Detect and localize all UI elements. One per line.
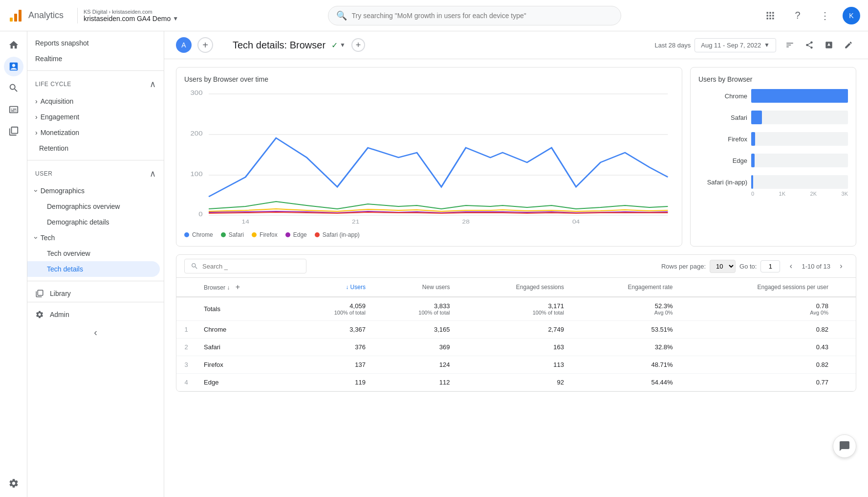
breadcrumb-domain: kristaseiden.com xyxy=(112,9,152,15)
col-header-engaged-sessions[interactable]: Engaged sessions xyxy=(458,278,572,297)
demographics-chevron: › xyxy=(32,190,40,192)
table-section: Rows per page: 10 25 50 Go to: xyxy=(176,254,856,392)
insights-btn[interactable] xyxy=(821,37,837,53)
svg-rect-1 xyxy=(14,14,17,22)
legend-edge: Edge xyxy=(285,231,307,238)
home-nav-icon[interactable] xyxy=(4,35,23,55)
row-users-3: 137 xyxy=(289,356,373,374)
data-table: Browser ↓ + ↓ Users New users Engaged se… xyxy=(176,278,856,391)
row-new-users-4: 112 xyxy=(373,374,458,391)
goto-input[interactable] xyxy=(760,260,780,272)
add-metric-btn[interactable]: + xyxy=(351,38,365,52)
svg-rect-2 xyxy=(19,10,22,22)
date-range-selector[interactable]: Last 28 days Aug 11 - Sep 7, 2022 ▼ xyxy=(655,38,776,52)
totals-engagement-rate-cell: 52.3% Avg 0% xyxy=(572,297,681,321)
share-btn[interactable] xyxy=(802,37,817,53)
engagement-group[interactable]: › Engagement xyxy=(27,109,164,125)
col-header-engaged-per-user[interactable]: Engaged sessions per user xyxy=(681,278,836,297)
collapse-sidebar-btn[interactable]: ‹ xyxy=(27,323,164,342)
bar-fill-safari xyxy=(751,111,762,124)
totals-label-cell: Totals xyxy=(196,297,289,321)
insights-icon xyxy=(825,41,833,49)
add-column-btn[interactable]: + xyxy=(236,283,240,291)
user-section-header[interactable]: User ∧ xyxy=(27,164,164,183)
chat-support-btn[interactable] xyxy=(833,434,856,458)
sidebar-item-tech-details[interactable]: Tech details xyxy=(27,261,160,277)
icon-nav xyxy=(0,31,27,497)
date-picker-btn[interactable]: Aug 11 - Sep 7, 2022 ▼ xyxy=(694,38,776,52)
help-icon-btn[interactable]: ? xyxy=(788,6,807,25)
charts-row: Users by Browser over time 300 200 100 0 xyxy=(176,67,856,247)
svg-rect-11 xyxy=(772,18,774,19)
svg-text:100: 100 xyxy=(191,171,203,177)
library-icon xyxy=(35,289,44,298)
col-header-new-users[interactable]: New users xyxy=(373,278,458,297)
advertising-icon xyxy=(8,104,19,115)
more-icon-btn[interactable]: ⋮ xyxy=(815,6,835,25)
last-n-days-label: Last 28 days xyxy=(655,42,691,49)
svg-text:Sep: Sep xyxy=(570,225,582,226)
bar-row-safari: Safari xyxy=(698,111,848,124)
edit-btn[interactable] xyxy=(841,37,856,53)
demographics-group-header[interactable]: › Demographics xyxy=(27,183,164,199)
row-users-4: 119 xyxy=(289,374,373,391)
rows-per-page-select[interactable]: 10 25 50 xyxy=(710,260,736,273)
user-avatar[interactable]: K xyxy=(843,7,860,24)
bar-chart-container: Users by Browser Chrome Safari xyxy=(690,67,856,247)
advertising-nav-icon[interactable] xyxy=(4,100,23,119)
sidebar-item-retention[interactable]: Retention xyxy=(27,140,164,156)
sidebar-item-settings[interactable]: Admin xyxy=(27,306,164,323)
table-search-container[interactable] xyxy=(184,259,306,273)
edit-icon xyxy=(844,41,853,49)
status-badge[interactable]: ✓ ▼ xyxy=(331,41,346,50)
add-comparison-btn[interactable]: + xyxy=(197,37,213,53)
sidebar-item-tech-overview[interactable]: Tech overview xyxy=(27,246,164,261)
row-engaged-sessions-3: 113 xyxy=(458,356,572,374)
row-browser-4: Edge xyxy=(196,374,289,391)
svg-rect-5 xyxy=(772,12,774,13)
prev-page-btn[interactable]: ‹ xyxy=(784,259,798,273)
legend-chrome: Chrome xyxy=(184,231,213,238)
totals-extra-cell xyxy=(836,297,856,321)
monetization-group[interactable]: › Monetization xyxy=(27,125,164,140)
sidebar-item-demographic-details[interactable]: Demographic details xyxy=(27,214,164,230)
row-browser-1: Chrome xyxy=(196,321,289,339)
svg-rect-0 xyxy=(10,18,13,22)
col-header-browser[interactable] xyxy=(176,278,196,297)
status-check-icon: ✓ xyxy=(331,41,338,50)
safari-inapp-dot xyxy=(315,232,320,237)
sidebar-item-realtime[interactable]: Realtime xyxy=(27,51,164,67)
sidebar-item-library[interactable]: Library xyxy=(27,285,164,302)
next-page-btn[interactable]: › xyxy=(834,259,848,273)
explore-nav-icon[interactable] xyxy=(4,78,23,98)
customize-report-btn[interactable] xyxy=(782,37,798,53)
apps-icon-btn[interactable] xyxy=(760,6,780,25)
reports-snapshot-label: Reports snapshot xyxy=(35,39,89,47)
reports-nav-icon[interactable] xyxy=(4,57,23,76)
col-header-engagement-rate[interactable]: Engagement rate xyxy=(572,278,681,297)
breadcrumb-full-label: kristaseiden.com GA4 Demo xyxy=(84,15,171,23)
row-rank-1: 1 xyxy=(176,321,196,339)
col-header-users[interactable]: ↓ Users xyxy=(289,278,373,297)
global-search-bar[interactable]: 🔍 xyxy=(328,6,621,25)
line-chart-title: Users by Browser over time xyxy=(184,75,674,83)
acquisition-group[interactable]: › Acquisition xyxy=(27,93,164,109)
svg-text:28: 28 xyxy=(462,219,469,225)
settings-nav-icon[interactable] xyxy=(4,474,23,493)
sidebar-item-reports-snapshot[interactable]: Reports snapshot xyxy=(27,35,164,51)
top-actions: ? ⋮ K xyxy=(760,6,860,25)
tech-group-header[interactable]: › Tech xyxy=(27,230,164,246)
breadcrumb: KS Digital › kristaseiden.com kristaseid… xyxy=(84,9,178,23)
table-search-input[interactable] xyxy=(202,263,300,270)
col-header-browser-name[interactable]: Browser ↓ + xyxy=(196,278,289,297)
sidebar-item-demographics-overview[interactable]: Demographics overview xyxy=(27,199,164,214)
bar-row-chrome: Chrome xyxy=(698,89,848,103)
configure-nav-icon[interactable] xyxy=(4,121,23,141)
bar-axis-1k: 1K xyxy=(779,191,785,197)
row-engagement-rate-1: 53.51% xyxy=(572,321,681,339)
global-search-input[interactable] xyxy=(352,12,613,20)
app-title: Analytics xyxy=(28,10,64,21)
lifecycle-section-header[interactable]: Life cycle ∧ xyxy=(27,75,164,93)
configure-icon xyxy=(8,126,19,136)
table-row: 2 Safari 376 369 163 32.8% 0.43 xyxy=(176,339,856,356)
